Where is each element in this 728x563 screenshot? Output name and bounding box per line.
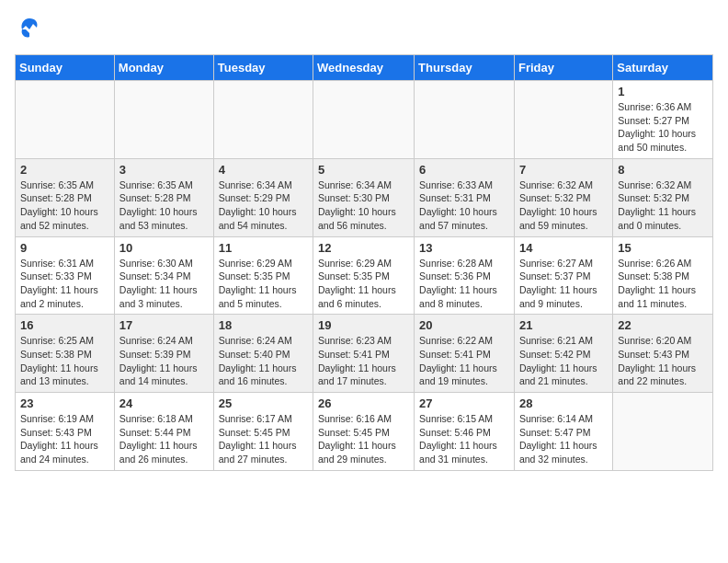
calendar-day: 17Sunrise: 6:24 AM Sunset: 5:39 PM Dayli… <box>114 315 213 393</box>
calendar-day: 21Sunrise: 6:21 AM Sunset: 5:42 PM Dayli… <box>514 315 612 393</box>
day-number: 8 <box>618 163 708 177</box>
day-number: 11 <box>219 241 308 255</box>
calendar-day: 2Sunrise: 6:35 AM Sunset: 5:28 PM Daylig… <box>16 158 115 236</box>
day-info: Sunrise: 6:15 AM Sunset: 5:46 PM Dayligh… <box>419 412 509 466</box>
calendar-week-5: 23Sunrise: 6:19 AM Sunset: 5:43 PM Dayli… <box>16 393 713 471</box>
calendar-header-friday: Friday <box>514 55 612 81</box>
calendar-day: 18Sunrise: 6:24 AM Sunset: 5:40 PM Dayli… <box>213 315 313 393</box>
calendar-day: 26Sunrise: 6:16 AM Sunset: 5:45 PM Dayli… <box>313 393 415 471</box>
calendar-day <box>313 81 415 159</box>
calendar-day: 4Sunrise: 6:34 AM Sunset: 5:29 PM Daylig… <box>213 158 313 236</box>
calendar-week-3: 9Sunrise: 6:31 AM Sunset: 5:33 PM Daylig… <box>16 236 713 315</box>
day-number: 2 <box>20 163 109 177</box>
logo-icon <box>17 15 42 40</box>
day-info: Sunrise: 6:33 AM Sunset: 5:31 PM Dayligh… <box>419 178 509 233</box>
day-number: 19 <box>318 318 409 332</box>
calendar-day <box>213 81 313 159</box>
logo <box>15 15 42 45</box>
calendar-day: 28Sunrise: 6:14 AM Sunset: 5:47 PM Dayli… <box>514 393 612 471</box>
calendar-day <box>415 81 515 159</box>
day-number: 14 <box>519 241 608 255</box>
calendar-week-4: 16Sunrise: 6:25 AM Sunset: 5:38 PM Dayli… <box>16 315 713 393</box>
calendar-day: 1Sunrise: 6:36 AM Sunset: 5:27 PM Daylig… <box>613 81 713 159</box>
day-info: Sunrise: 6:29 AM Sunset: 5:35 PM Dayligh… <box>219 257 308 311</box>
day-info: Sunrise: 6:36 AM Sunset: 5:27 PM Dayligh… <box>618 100 708 155</box>
calendar-day: 8Sunrise: 6:32 AM Sunset: 5:32 PM Daylig… <box>613 158 713 236</box>
calendar-header-row: SundayMondayTuesdayWednesdayThursdayFrid… <box>16 55 713 81</box>
day-number: 27 <box>419 396 509 410</box>
day-number: 13 <box>419 241 509 255</box>
day-number: 25 <box>219 396 308 410</box>
calendar-week-1: 1Sunrise: 6:36 AM Sunset: 5:27 PM Daylig… <box>16 81 713 159</box>
day-info: Sunrise: 6:14 AM Sunset: 5:47 PM Dayligh… <box>519 412 608 466</box>
day-number: 24 <box>119 396 209 410</box>
calendar-day: 15Sunrise: 6:26 AM Sunset: 5:38 PM Dayli… <box>613 236 713 315</box>
day-info: Sunrise: 6:19 AM Sunset: 5:43 PM Dayligh… <box>20 412 109 466</box>
day-info: Sunrise: 6:24 AM Sunset: 5:39 PM Dayligh… <box>119 334 209 388</box>
calendar-day: 25Sunrise: 6:17 AM Sunset: 5:45 PM Dayli… <box>213 393 313 471</box>
calendar-day: 24Sunrise: 6:18 AM Sunset: 5:44 PM Dayli… <box>114 393 213 471</box>
day-info: Sunrise: 6:24 AM Sunset: 5:40 PM Dayligh… <box>219 334 308 388</box>
day-number: 7 <box>519 163 608 177</box>
day-info: Sunrise: 6:35 AM Sunset: 5:28 PM Dayligh… <box>119 178 209 233</box>
day-number: 20 <box>419 318 509 332</box>
calendar-header-wednesday: Wednesday <box>313 55 415 81</box>
calendar-header-saturday: Saturday <box>613 55 713 81</box>
day-info: Sunrise: 6:17 AM Sunset: 5:45 PM Dayligh… <box>219 412 308 466</box>
calendar-header-tuesday: Tuesday <box>213 55 313 81</box>
calendar-day: 12Sunrise: 6:29 AM Sunset: 5:35 PM Dayli… <box>313 236 415 315</box>
calendar-day: 5Sunrise: 6:34 AM Sunset: 5:30 PM Daylig… <box>313 158 415 236</box>
calendar-day <box>514 81 612 159</box>
day-info: Sunrise: 6:20 AM Sunset: 5:43 PM Dayligh… <box>618 334 708 388</box>
calendar-day: 27Sunrise: 6:15 AM Sunset: 5:46 PM Dayli… <box>415 393 515 471</box>
calendar-day <box>613 393 713 471</box>
day-number: 28 <box>519 396 608 410</box>
day-info: Sunrise: 6:28 AM Sunset: 5:36 PM Dayligh… <box>419 257 509 311</box>
day-info: Sunrise: 6:21 AM Sunset: 5:42 PM Dayligh… <box>519 334 608 388</box>
day-number: 18 <box>219 318 308 332</box>
calendar-week-2: 2Sunrise: 6:35 AM Sunset: 5:28 PM Daylig… <box>16 158 713 236</box>
calendar-body: 1Sunrise: 6:36 AM Sunset: 5:27 PM Daylig… <box>16 81 713 471</box>
day-info: Sunrise: 6:27 AM Sunset: 5:37 PM Dayligh… <box>519 257 608 311</box>
day-number: 1 <box>618 85 708 98</box>
calendar-header-sunday: Sunday <box>16 55 115 81</box>
calendar-day: 11Sunrise: 6:29 AM Sunset: 5:35 PM Dayli… <box>213 236 313 315</box>
calendar-header-thursday: Thursday <box>415 55 515 81</box>
calendar-day: 19Sunrise: 6:23 AM Sunset: 5:41 PM Dayli… <box>313 315 415 393</box>
day-number: 5 <box>318 163 409 177</box>
calendar-day: 22Sunrise: 6:20 AM Sunset: 5:43 PM Dayli… <box>613 315 713 393</box>
day-info: Sunrise: 6:29 AM Sunset: 5:35 PM Dayligh… <box>318 257 409 311</box>
day-number: 17 <box>119 318 209 332</box>
day-info: Sunrise: 6:31 AM Sunset: 5:33 PM Dayligh… <box>20 257 109 311</box>
day-info: Sunrise: 6:34 AM Sunset: 5:29 PM Dayligh… <box>219 178 308 233</box>
day-info: Sunrise: 6:25 AM Sunset: 5:38 PM Dayligh… <box>20 334 109 388</box>
calendar-day: 23Sunrise: 6:19 AM Sunset: 5:43 PM Dayli… <box>16 393 115 471</box>
day-info: Sunrise: 6:34 AM Sunset: 5:30 PM Dayligh… <box>318 178 409 233</box>
day-info: Sunrise: 6:16 AM Sunset: 5:45 PM Dayligh… <box>318 412 409 466</box>
calendar-day: 7Sunrise: 6:32 AM Sunset: 5:32 PM Daylig… <box>514 158 612 236</box>
day-number: 10 <box>119 241 209 255</box>
day-number: 26 <box>318 396 409 410</box>
day-number: 16 <box>20 318 109 332</box>
day-number: 12 <box>318 241 409 255</box>
day-number: 3 <box>119 163 209 177</box>
day-info: Sunrise: 6:23 AM Sunset: 5:41 PM Dayligh… <box>318 334 409 388</box>
calendar-day: 10Sunrise: 6:30 AM Sunset: 5:34 PM Dayli… <box>114 236 213 315</box>
day-number: 21 <box>519 318 608 332</box>
day-number: 15 <box>618 241 708 255</box>
calendar-header-monday: Monday <box>114 55 213 81</box>
day-info: Sunrise: 6:35 AM Sunset: 5:28 PM Dayligh… <box>20 178 109 233</box>
calendar-day: 6Sunrise: 6:33 AM Sunset: 5:31 PM Daylig… <box>415 158 515 236</box>
calendar-day <box>16 81 115 159</box>
calendar-day: 13Sunrise: 6:28 AM Sunset: 5:36 PM Dayli… <box>415 236 515 315</box>
calendar-day: 9Sunrise: 6:31 AM Sunset: 5:33 PM Daylig… <box>16 236 115 315</box>
day-number: 4 <box>219 163 308 177</box>
day-number: 6 <box>419 163 509 177</box>
day-info: Sunrise: 6:30 AM Sunset: 5:34 PM Dayligh… <box>119 257 209 311</box>
day-info: Sunrise: 6:32 AM Sunset: 5:32 PM Dayligh… <box>519 178 608 233</box>
calendar-day <box>114 81 213 159</box>
day-info: Sunrise: 6:26 AM Sunset: 5:38 PM Dayligh… <box>618 257 708 311</box>
page-header <box>15 15 713 45</box>
day-info: Sunrise: 6:22 AM Sunset: 5:41 PM Dayligh… <box>419 334 509 388</box>
calendar-day: 14Sunrise: 6:27 AM Sunset: 5:37 PM Dayli… <box>514 236 612 315</box>
